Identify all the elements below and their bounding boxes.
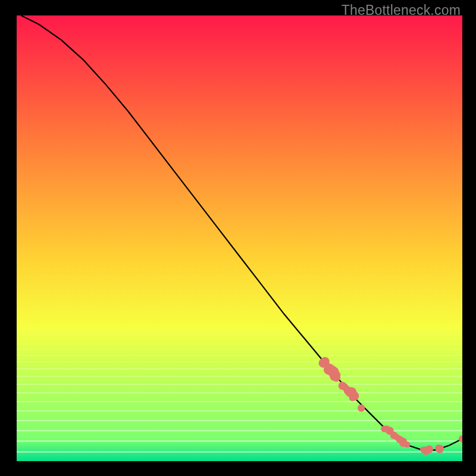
svg-point-69: [385, 427, 392, 434]
svg-rect-12: [17, 392, 462, 393]
svg-rect-16: [17, 430, 462, 431]
svg-point-42: [339, 382, 347, 390]
svg-point-60: [425, 446, 433, 453]
svg-rect-2: [17, 331, 462, 332]
svg-rect-11: [17, 384, 462, 385]
chart-frame: [17, 15, 462, 461]
svg-rect-15: [17, 420, 462, 421]
svg-rect-18: [17, 452, 462, 453]
svg-rect-1: [17, 328, 462, 330]
svg-rect-0: [17, 327, 462, 328]
svg-point-70: [390, 431, 398, 439]
svg-point-68: [400, 439, 406, 446]
svg-point-48: [347, 387, 353, 393]
svg-point-44: [324, 365, 332, 374]
svg-rect-4: [17, 339, 462, 340]
svg-rect-13: [17, 401, 462, 402]
svg-point-66: [435, 444, 441, 451]
svg-rect-6: [17, 349, 462, 350]
svg-rect-10: [17, 376, 462, 377]
svg-point-47: [331, 367, 339, 375]
svg-point-45: [358, 405, 365, 412]
bottleneck-chart: [17, 15, 462, 461]
gradient-bg: [17, 15, 462, 461]
svg-rect-14: [17, 411, 462, 412]
svg-rect-9: [17, 368, 462, 369]
svg-rect-8: [17, 361, 462, 362]
svg-rect-7: [17, 355, 462, 356]
svg-rect-17: [17, 440, 462, 441]
svg-rect-3: [17, 334, 462, 336]
svg-rect-5: [17, 343, 462, 345]
watermark-text: TheBottleneck.com: [342, 2, 461, 18]
